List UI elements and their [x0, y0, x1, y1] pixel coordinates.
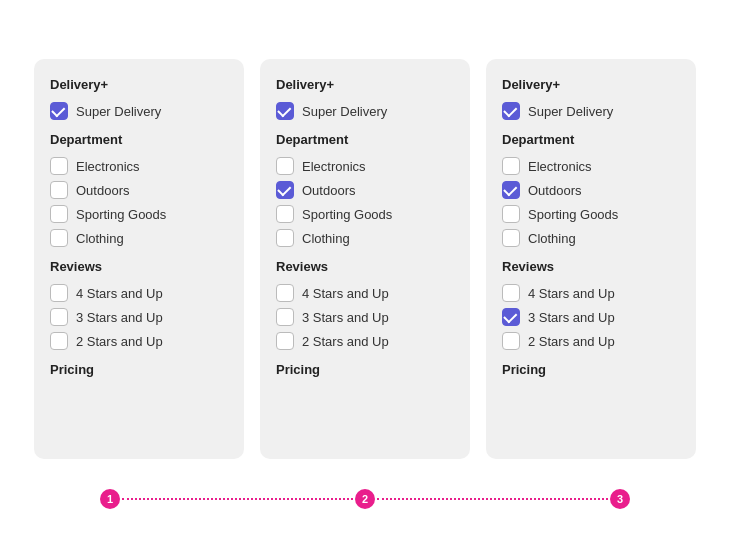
review-checkbox-1-0[interactable]: [50, 284, 68, 302]
department-item-3-1[interactable]: Outdoors: [502, 181, 680, 199]
department-title-1: Department: [50, 132, 228, 147]
step-dot-2[interactable]: 2: [355, 489, 375, 509]
review-item-1-1[interactable]: 3 Stars and Up: [50, 308, 228, 326]
super-delivery-item-1[interactable]: Super Delivery: [50, 102, 228, 120]
review-checkbox-3-0[interactable]: [502, 284, 520, 302]
super-delivery-item-3[interactable]: Super Delivery: [502, 102, 680, 120]
department-label-1-0: Electronics: [76, 159, 140, 174]
department-item-1-3[interactable]: Clothing: [50, 229, 228, 247]
department-checkbox-3-2[interactable]: [502, 205, 520, 223]
department-item-3-3[interactable]: Clothing: [502, 229, 680, 247]
department-label-1-2: Sporting Goods: [76, 207, 166, 222]
department-item-1-0[interactable]: Electronics: [50, 157, 228, 175]
department-checkbox-3-0[interactable]: [502, 157, 520, 175]
review-item-3-0[interactable]: 4 Stars and Up: [502, 284, 680, 302]
pricing-title-2: Pricing: [276, 362, 454, 377]
department-title-3: Department: [502, 132, 680, 147]
delivery-plus-title-3: Delivery+: [502, 77, 680, 92]
department-checkbox-3-1[interactable]: [502, 181, 520, 199]
department-checkbox-1-2[interactable]: [50, 205, 68, 223]
filter-card-1: Delivery+Super DeliveryDepartmentElectro…: [34, 59, 244, 459]
department-item-2-3[interactable]: Clothing: [276, 229, 454, 247]
department-checkbox-3-3[interactable]: [502, 229, 520, 247]
review-checkbox-2-2[interactable]: [276, 332, 294, 350]
department-label-3-1: Outdoors: [528, 183, 581, 198]
department-checkbox-1-1[interactable]: [50, 181, 68, 199]
department-label-2-3: Clothing: [302, 231, 350, 246]
pricing-title-1: Pricing: [50, 362, 228, 377]
cards-container: Delivery+Super DeliveryDepartmentElectro…: [0, 39, 730, 479]
department-item-1-2[interactable]: Sporting Goods: [50, 205, 228, 223]
department-item-1-1[interactable]: Outdoors: [50, 181, 228, 199]
stepper: 123: [0, 489, 730, 509]
super-delivery-checkbox-3[interactable]: [502, 102, 520, 120]
review-item-3-1[interactable]: 3 Stars and Up: [502, 308, 680, 326]
review-checkbox-3-1[interactable]: [502, 308, 520, 326]
super-delivery-checkbox-2[interactable]: [276, 102, 294, 120]
step-line-1: [122, 498, 353, 500]
delivery-plus-title-2: Delivery+: [276, 77, 454, 92]
department-checkbox-1-0[interactable]: [50, 157, 68, 175]
review-label-1-1: 3 Stars and Up: [76, 310, 163, 325]
department-checkbox-2-3[interactable]: [276, 229, 294, 247]
reviews-title-1: Reviews: [50, 259, 228, 274]
department-checkbox-1-3[interactable]: [50, 229, 68, 247]
filter-card-2: Delivery+Super DeliveryDepartmentElectro…: [260, 59, 470, 459]
review-item-1-2[interactable]: 2 Stars and Up: [50, 332, 228, 350]
super-delivery-label-1: Super Delivery: [76, 104, 161, 119]
step-line-2: [377, 498, 608, 500]
review-checkbox-1-1[interactable]: [50, 308, 68, 326]
review-item-1-0[interactable]: 4 Stars and Up: [50, 284, 228, 302]
department-label-2-2: Sporting Goods: [302, 207, 392, 222]
department-item-2-1[interactable]: Outdoors: [276, 181, 454, 199]
department-label-3-0: Electronics: [528, 159, 592, 174]
department-checkbox-2-2[interactable]: [276, 205, 294, 223]
review-label-2-2: 2 Stars and Up: [302, 334, 389, 349]
review-label-2-0: 4 Stars and Up: [302, 286, 389, 301]
super-delivery-checkbox-1[interactable]: [50, 102, 68, 120]
super-delivery-item-2[interactable]: Super Delivery: [276, 102, 454, 120]
review-item-3-2[interactable]: 2 Stars and Up: [502, 332, 680, 350]
step-dot-1[interactable]: 1: [100, 489, 120, 509]
step-dot-3[interactable]: 3: [610, 489, 630, 509]
review-item-2-1[interactable]: 3 Stars and Up: [276, 308, 454, 326]
department-label-1-3: Clothing: [76, 231, 124, 246]
department-label-3-2: Sporting Goods: [528, 207, 618, 222]
department-label-2-1: Outdoors: [302, 183, 355, 198]
super-delivery-label-3: Super Delivery: [528, 104, 613, 119]
department-item-3-0[interactable]: Electronics: [502, 157, 680, 175]
review-label-3-0: 4 Stars and Up: [528, 286, 615, 301]
review-checkbox-2-0[interactable]: [276, 284, 294, 302]
department-item-2-2[interactable]: Sporting Goods: [276, 205, 454, 223]
reviews-title-2: Reviews: [276, 259, 454, 274]
review-checkbox-1-2[interactable]: [50, 332, 68, 350]
department-label-2-0: Electronics: [302, 159, 366, 174]
review-label-1-2: 2 Stars and Up: [76, 334, 163, 349]
department-label-1-1: Outdoors: [76, 183, 129, 198]
review-item-2-0[interactable]: 4 Stars and Up: [276, 284, 454, 302]
super-delivery-label-2: Super Delivery: [302, 104, 387, 119]
review-checkbox-3-2[interactable]: [502, 332, 520, 350]
pricing-title-3: Pricing: [502, 362, 680, 377]
review-checkbox-2-1[interactable]: [276, 308, 294, 326]
department-title-2: Department: [276, 132, 454, 147]
department-checkbox-2-1[interactable]: [276, 181, 294, 199]
delivery-plus-title-1: Delivery+: [50, 77, 228, 92]
review-label-2-1: 3 Stars and Up: [302, 310, 389, 325]
department-item-2-0[interactable]: Electronics: [276, 157, 454, 175]
review-label-1-0: 4 Stars and Up: [76, 286, 163, 301]
department-checkbox-2-0[interactable]: [276, 157, 294, 175]
department-item-3-2[interactable]: Sporting Goods: [502, 205, 680, 223]
review-label-3-1: 3 Stars and Up: [528, 310, 615, 325]
review-label-3-2: 2 Stars and Up: [528, 334, 615, 349]
department-label-3-3: Clothing: [528, 231, 576, 246]
reviews-title-3: Reviews: [502, 259, 680, 274]
filter-card-3: Delivery+Super DeliveryDepartmentElectro…: [486, 59, 696, 459]
review-item-2-2[interactable]: 2 Stars and Up: [276, 332, 454, 350]
